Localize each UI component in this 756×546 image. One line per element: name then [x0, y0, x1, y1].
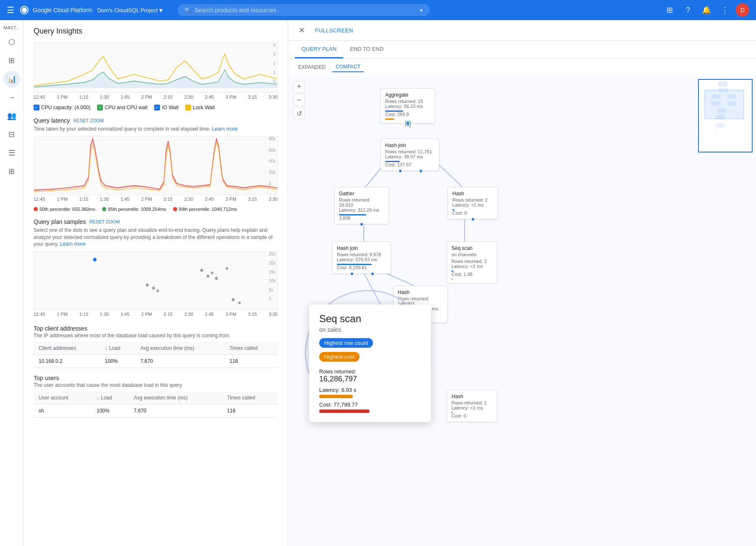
query-plan-title-text: Query plan samples	[34, 218, 86, 225]
left-panel: Query Insights	[24, 20, 288, 546]
legend-cpu-capacity-label: CPU capacity: (4.000)	[41, 105, 90, 110]
sidebar-item-square[interactable]: ⊟	[3, 126, 20, 143]
legend-cpu-capacity[interactable]: ✓ CPU capacity: (4.000)	[34, 105, 90, 110]
gcp-logo-icon	[19, 5, 29, 15]
scatter-x-labels: 12:451 PM1:151:301:45 2 PM2:152:302:453 …	[34, 310, 278, 318]
app-name: Google Cloud Platform	[33, 7, 92, 13]
latency-reset-zoom[interactable]: RESET ZOOM	[73, 118, 104, 123]
help-icon[interactable]: ?	[680, 3, 696, 18]
nav-icons-group: ⊞ ? 🔔 ⋮ D	[662, 3, 749, 18]
legend-lock-wait[interactable]: ✓ Lock Wait	[185, 105, 215, 110]
legend-io-wait-checkbox[interactable]: ✓	[154, 105, 160, 110]
top-clients-desc: The IP addresses where most of the datab…	[34, 333, 278, 339]
search-bar[interactable]: 🔍 ▾	[178, 4, 430, 16]
col-avg-time[interactable]: Avg execution time (ms)	[135, 342, 224, 355]
query-plan-canvas: + − ↺	[288, 76, 756, 546]
col-user-avg-time[interactable]: Avg execution time (ms)	[129, 391, 222, 404]
latency-learn-more[interactable]: Learn more	[212, 126, 237, 132]
svg-rect-44	[716, 123, 725, 128]
seqscan-ch-cost-bar	[452, 278, 453, 280]
svg-point-16	[93, 257, 97, 262]
latency-title-text: Query latency	[34, 117, 70, 124]
user-avg-time-cell: 7,670	[129, 404, 222, 417]
popup-rows-label: Rows returned:	[319, 368, 421, 375]
svg-point-24	[226, 267, 228, 270]
hashjoin1-node[interactable]: Hash join Rows returned: 11,751 Latency:…	[381, 139, 439, 171]
hash3-node[interactable]: Hash Rows returned: 1 Latency: <1 ms Cos…	[447, 390, 497, 422]
hashjoin2-node[interactable]: Hash join Rows returned: 9,978 Latency: …	[332, 242, 391, 274]
sidebar-item-chart[interactable]: 📊	[3, 71, 20, 87]
content-area: Query Insights	[24, 20, 756, 546]
col-times-called: Times called	[224, 342, 278, 355]
sidebar-mast-label: MAST...	[0, 24, 23, 32]
sidebar-item-table[interactable]: ⊞	[3, 163, 20, 180]
fullscreen-label[interactable]: FULLSCREEN	[315, 27, 353, 34]
hj2-right-dot	[370, 272, 375, 276]
query-plan-learn-more[interactable]: Learn more	[60, 241, 85, 247]
table-row: 10.168.0.2 100% 7,670 118	[34, 355, 278, 368]
sidebar-item-arrow[interactable]: →	[3, 89, 20, 106]
scatter-chart-svg	[34, 252, 277, 310]
main-layout: MAST... ⬡ ⊞ 📊 → 👥 ⊟ ☰ ⊞ Query Insights	[0, 20, 756, 546]
cpu-chart-x-labels: 12:451 PM1:151:301:45 2 PM2:152:302:453 …	[34, 93, 278, 101]
close-button[interactable]: ✕	[295, 24, 308, 37]
zoom-controls: + − ↺	[293, 81, 305, 119]
sidebar-item-people[interactable]: 👥	[3, 108, 20, 124]
query-plan-reset-zoom[interactable]: RESET ZOOM	[89, 219, 120, 224]
seqscan-channels-node[interactable]: Seq scan on channels Rows returned: 2 La…	[447, 242, 497, 284]
legend-cpu-wait-checkbox[interactable]: ✓	[97, 105, 103, 110]
hj1-left-dot	[398, 169, 402, 173]
legend-cpu-capacity-checkbox[interactable]: ✓	[34, 105, 39, 110]
p50-dot	[34, 207, 38, 211]
svg-point-21	[206, 274, 210, 278]
p95-label: 95th percentile: 1009.254ms	[102, 207, 166, 212]
sidebar-item-layers[interactable]: ⬡	[3, 34, 20, 50]
user-avatar[interactable]: D	[736, 3, 749, 17]
view-expanded-btn[interactable]: EXPANDED	[295, 63, 329, 72]
notifications-icon[interactable]: 🔔	[699, 3, 714, 18]
latency-chart-container: 80s60s40s20s0 12:451 PM1:151:301:45 2 PM…	[34, 136, 278, 212]
reset-view-button[interactable]: ↺	[293, 108, 305, 119]
hamburger-menu[interactable]: ☰	[7, 5, 14, 15]
aggregate-cost-bar	[385, 118, 394, 120]
sidebar-item-list[interactable]: ☰	[3, 144, 20, 161]
latency-chart-y-labels: 80s60s40s20s0	[269, 136, 276, 186]
popup-node-title: Seq scan	[319, 313, 421, 325]
gather-node[interactable]: Gather Rows returned: 29,933 Latency: 31…	[334, 187, 389, 224]
legend-cpu-wait[interactable]: ✓ CPU and CPU wait	[97, 105, 147, 110]
col-user-load[interactable]: ↓Load	[92, 391, 129, 404]
legend-lock-wait-checkbox[interactable]: ✓	[185, 105, 191, 110]
top-users-section: Top users The user accounts that cause t…	[34, 375, 278, 417]
top-navigation: ☰ Google Cloud Platform Dom's CloudSQL P…	[0, 0, 756, 20]
sidebar-item-dashboard[interactable]: ⊞	[3, 52, 20, 69]
zoom-in-button[interactable]: +	[293, 81, 305, 92]
apps-icon[interactable]: ⊞	[662, 3, 677, 18]
zoom-out-button[interactable]: −	[293, 94, 305, 106]
svg-point-25	[231, 298, 235, 302]
svg-point-19	[156, 289, 159, 292]
col-load[interactable]: ↓Load	[100, 342, 135, 355]
popup-cost-bar	[319, 410, 370, 413]
top-users-title: Top users	[34, 375, 278, 381]
cpu-chart-container: 43210 12:451 PM1:151:301:45 2 PM2:152:30…	[34, 42, 278, 110]
legend-io-wait[interactable]: ✓ IO Wait	[154, 105, 178, 110]
highest-cost-badge[interactable]: Highest cost	[319, 352, 360, 362]
project-selector[interactable]: Dom's CloudSQL Project ▾	[97, 6, 163, 14]
tab-query-plan[interactable]: QUERY PLAN	[295, 41, 343, 58]
latency-chart-x-labels: 12:451 PM1:151:301:45 2 PM2:152:302:453 …	[34, 195, 278, 203]
cpu-chart-svg	[34, 43, 277, 92]
svg-point-26	[238, 302, 241, 304]
hash1-node[interactable]: Hash Rows returned: 2 Latency: <1 ms Cos…	[448, 187, 498, 219]
highest-row-count-badge[interactable]: Highest row count	[319, 338, 373, 348]
svg-rect-36	[719, 82, 727, 86]
more-options-icon[interactable]: ⋮	[717, 3, 732, 18]
col-user-account: User account	[34, 391, 92, 404]
aggregate-node[interactable]: Aggregate Rows returned: 19 Latency: 56.…	[381, 88, 435, 123]
search-input[interactable]	[194, 7, 417, 13]
view-compact-btn[interactable]: COMPACT	[332, 62, 364, 72]
app-logo: Google Cloud Platform	[19, 5, 92, 15]
tab-end-to-end[interactable]: END TO END	[343, 41, 390, 58]
query-plan-desc: Select one of the dots to see a query pl…	[34, 227, 278, 248]
latency-chart: 80s60s40s20s0	[34, 136, 278, 195]
view-toggle-buttons: EXPANDED COMPACT	[288, 59, 756, 76]
